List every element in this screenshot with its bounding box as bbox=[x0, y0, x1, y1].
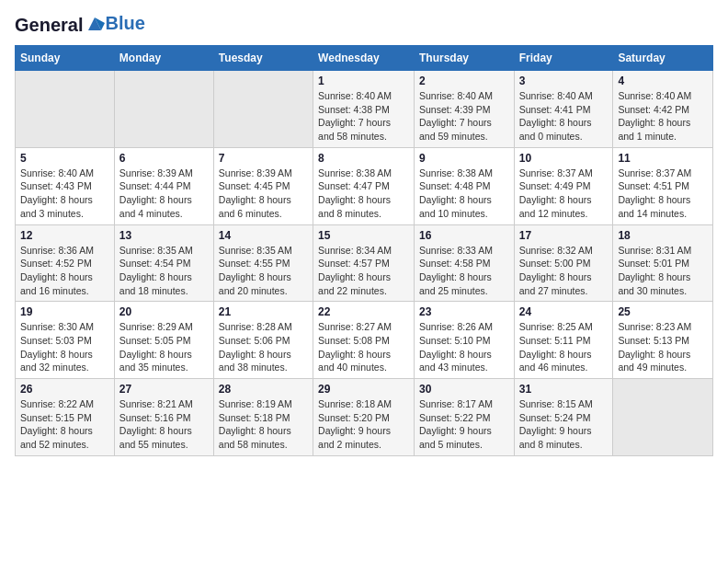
day-number: 5 bbox=[20, 152, 109, 165]
calendar-week-row: 12Sunrise: 8:36 AM Sunset: 4:52 PM Dayli… bbox=[16, 224, 713, 302]
calendar-body: 1Sunrise: 8:40 AM Sunset: 4:38 PM Daylig… bbox=[16, 71, 713, 456]
logo-blue: Blue bbox=[105, 13, 144, 34]
logo-icon: General Blue bbox=[15, 15, 145, 36]
day-number: 30 bbox=[419, 383, 509, 396]
day-number: 13 bbox=[119, 229, 209, 242]
calendar-cell bbox=[16, 71, 115, 148]
calendar-cell: 25Sunrise: 8:23 AM Sunset: 5:13 PM Dayli… bbox=[613, 302, 713, 379]
calendar-cell: 20Sunrise: 8:29 AM Sunset: 5:05 PM Dayli… bbox=[114, 302, 213, 379]
logo-general: General bbox=[15, 15, 83, 36]
day-content: Sunrise: 8:30 AM Sunset: 5:03 PM Dayligh… bbox=[20, 320, 109, 374]
day-number: 31 bbox=[519, 383, 609, 396]
day-content: Sunrise: 8:17 AM Sunset: 5:22 PM Dayligh… bbox=[419, 397, 509, 452]
weekday-header-cell: Friday bbox=[514, 46, 613, 71]
calendar-cell: 14Sunrise: 8:35 AM Sunset: 4:55 PM Dayli… bbox=[213, 224, 313, 302]
calendar-cell bbox=[613, 379, 713, 456]
day-number: 8 bbox=[318, 152, 409, 165]
weekday-header-cell: Saturday bbox=[613, 46, 713, 71]
day-number: 16 bbox=[419, 229, 509, 242]
day-content: Sunrise: 8:40 AM Sunset: 4:42 PM Dayligh… bbox=[618, 89, 708, 144]
day-content: Sunrise: 8:35 AM Sunset: 4:55 PM Dayligh… bbox=[219, 244, 308, 298]
calendar-cell: 23Sunrise: 8:26 AM Sunset: 5:10 PM Dayli… bbox=[414, 302, 514, 379]
day-content: Sunrise: 8:26 AM Sunset: 5:10 PM Dayligh… bbox=[419, 320, 509, 374]
calendar-cell: 18Sunrise: 8:31 AM Sunset: 5:01 PM Dayli… bbox=[613, 224, 713, 302]
calendar-cell: 7Sunrise: 8:39 AM Sunset: 4:45 PM Daylig… bbox=[213, 147, 313, 224]
day-content: Sunrise: 8:27 AM Sunset: 5:08 PM Dayligh… bbox=[318, 320, 409, 374]
day-content: Sunrise: 8:39 AM Sunset: 4:44 PM Dayligh… bbox=[119, 167, 209, 221]
day-number: 2 bbox=[419, 75, 509, 87]
day-number: 27 bbox=[119, 383, 209, 396]
calendar-cell bbox=[213, 71, 313, 148]
day-content: Sunrise: 8:34 AM Sunset: 4:57 PM Dayligh… bbox=[318, 244, 409, 298]
day-number: 25 bbox=[618, 305, 708, 318]
day-content: Sunrise: 8:18 AM Sunset: 5:20 PM Dayligh… bbox=[318, 397, 409, 452]
calendar-week-row: 19Sunrise: 8:30 AM Sunset: 5:03 PM Dayli… bbox=[16, 302, 713, 379]
day-number: 23 bbox=[419, 305, 509, 318]
calendar-cell: 12Sunrise: 8:36 AM Sunset: 4:52 PM Dayli… bbox=[16, 224, 115, 302]
calendar-cell: 2Sunrise: 8:40 AM Sunset: 4:39 PM Daylig… bbox=[414, 71, 514, 148]
day-number: 17 bbox=[519, 229, 609, 242]
day-content: Sunrise: 8:25 AM Sunset: 5:11 PM Dayligh… bbox=[519, 320, 609, 374]
calendar-cell: 17Sunrise: 8:32 AM Sunset: 5:00 PM Dayli… bbox=[514, 224, 613, 302]
day-number: 7 bbox=[219, 152, 308, 165]
day-content: Sunrise: 8:40 AM Sunset: 4:38 PM Dayligh… bbox=[318, 89, 409, 144]
weekday-header-cell: Wednesday bbox=[313, 46, 415, 71]
calendar-cell: 28Sunrise: 8:19 AM Sunset: 5:18 PM Dayli… bbox=[213, 379, 313, 456]
calendar-week-row: 5Sunrise: 8:40 AM Sunset: 4:43 PM Daylig… bbox=[16, 147, 713, 224]
calendar-cell: 27Sunrise: 8:21 AM Sunset: 5:16 PM Dayli… bbox=[114, 379, 213, 456]
day-number: 4 bbox=[618, 75, 708, 87]
calendar-cell: 15Sunrise: 8:34 AM Sunset: 4:57 PM Dayli… bbox=[313, 224, 415, 302]
calendar-table: SundayMondayTuesdayWednesdayThursdayFrid… bbox=[15, 45, 713, 456]
day-number: 19 bbox=[20, 305, 109, 318]
day-content: Sunrise: 8:29 AM Sunset: 5:05 PM Dayligh… bbox=[119, 320, 209, 374]
day-content: Sunrise: 8:22 AM Sunset: 5:15 PM Dayligh… bbox=[20, 397, 109, 452]
calendar-cell: 16Sunrise: 8:33 AM Sunset: 4:58 PM Dayli… bbox=[414, 224, 514, 302]
day-number: 12 bbox=[20, 229, 109, 242]
logo-bird-icon bbox=[85, 14, 105, 34]
day-number: 10 bbox=[519, 152, 609, 165]
day-number: 20 bbox=[119, 305, 209, 318]
day-content: Sunrise: 8:28 AM Sunset: 5:06 PM Dayligh… bbox=[219, 320, 308, 374]
day-number: 29 bbox=[318, 383, 409, 396]
day-content: Sunrise: 8:19 AM Sunset: 5:18 PM Dayligh… bbox=[219, 397, 308, 452]
weekday-header-cell: Monday bbox=[114, 46, 213, 71]
day-number: 22 bbox=[318, 305, 409, 318]
day-number: 28 bbox=[219, 383, 308, 396]
day-content: Sunrise: 8:21 AM Sunset: 5:16 PM Dayligh… bbox=[119, 397, 209, 452]
header: General Blue bbox=[15, 15, 713, 36]
calendar-cell: 22Sunrise: 8:27 AM Sunset: 5:08 PM Dayli… bbox=[313, 302, 415, 379]
calendar-cell: 31Sunrise: 8:15 AM Sunset: 5:24 PM Dayli… bbox=[514, 379, 613, 456]
weekday-header-cell: Sunday bbox=[16, 46, 115, 71]
day-number: 3 bbox=[519, 75, 609, 87]
day-content: Sunrise: 8:23 AM Sunset: 5:13 PM Dayligh… bbox=[618, 320, 708, 374]
calendar-week-row: 1Sunrise: 8:40 AM Sunset: 4:38 PM Daylig… bbox=[16, 71, 713, 148]
calendar-cell: 9Sunrise: 8:38 AM Sunset: 4:48 PM Daylig… bbox=[414, 147, 514, 224]
day-number: 15 bbox=[318, 229, 409, 242]
calendar-cell: 29Sunrise: 8:18 AM Sunset: 5:20 PM Dayli… bbox=[313, 379, 415, 456]
day-content: Sunrise: 8:37 AM Sunset: 4:49 PM Dayligh… bbox=[519, 167, 609, 221]
calendar-cell: 19Sunrise: 8:30 AM Sunset: 5:03 PM Dayli… bbox=[16, 302, 115, 379]
day-number: 21 bbox=[219, 305, 308, 318]
weekday-header-cell: Tuesday bbox=[213, 46, 313, 71]
calendar-cell: 5Sunrise: 8:40 AM Sunset: 4:43 PM Daylig… bbox=[16, 147, 115, 224]
day-content: Sunrise: 8:32 AM Sunset: 5:00 PM Dayligh… bbox=[519, 244, 609, 298]
calendar-cell: 1Sunrise: 8:40 AM Sunset: 4:38 PM Daylig… bbox=[313, 71, 415, 148]
calendar-cell: 21Sunrise: 8:28 AM Sunset: 5:06 PM Dayli… bbox=[213, 302, 313, 379]
weekday-header-row: SundayMondayTuesdayWednesdayThursdayFrid… bbox=[16, 46, 713, 71]
day-number: 24 bbox=[519, 305, 609, 318]
day-number: 6 bbox=[119, 152, 209, 165]
calendar-cell: 26Sunrise: 8:22 AM Sunset: 5:15 PM Dayli… bbox=[16, 379, 115, 456]
day-content: Sunrise: 8:39 AM Sunset: 4:45 PM Dayligh… bbox=[219, 167, 308, 221]
day-content: Sunrise: 8:38 AM Sunset: 4:48 PM Dayligh… bbox=[419, 167, 509, 221]
calendar-cell: 8Sunrise: 8:38 AM Sunset: 4:47 PM Daylig… bbox=[313, 147, 415, 224]
day-content: Sunrise: 8:35 AM Sunset: 4:54 PM Dayligh… bbox=[119, 244, 209, 298]
day-content: Sunrise: 8:15 AM Sunset: 5:24 PM Dayligh… bbox=[519, 397, 609, 452]
day-content: Sunrise: 8:31 AM Sunset: 5:01 PM Dayligh… bbox=[618, 244, 708, 298]
calendar-cell: 4Sunrise: 8:40 AM Sunset: 4:42 PM Daylig… bbox=[613, 71, 713, 148]
day-number: 11 bbox=[618, 152, 708, 165]
calendar-cell: 3Sunrise: 8:40 AM Sunset: 4:41 PM Daylig… bbox=[514, 71, 613, 148]
day-number: 26 bbox=[20, 383, 109, 396]
calendar-cell bbox=[114, 71, 213, 148]
calendar-week-row: 26Sunrise: 8:22 AM Sunset: 5:15 PM Dayli… bbox=[16, 379, 713, 456]
day-content: Sunrise: 8:40 AM Sunset: 4:43 PM Dayligh… bbox=[20, 167, 109, 221]
